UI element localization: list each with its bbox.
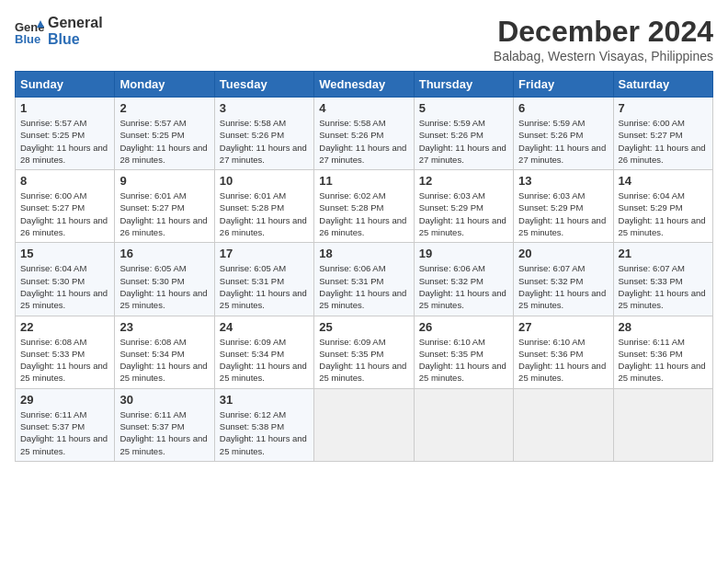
day-number: 15 bbox=[20, 247, 109, 260]
day-info: Sunrise: 6:03 AMSunset: 5:29 PMDaylight:… bbox=[419, 190, 508, 238]
calendar-cell: 26Sunrise: 6:10 AMSunset: 5:35 PMDayligh… bbox=[414, 316, 513, 388]
day-info: Sunrise: 6:09 AMSunset: 5:34 PMDaylight:… bbox=[220, 336, 309, 385]
calendar-cell: 21Sunrise: 6:07 AMSunset: 5:33 PMDayligh… bbox=[613, 243, 712, 316]
day-info: Sunrise: 5:58 AMSunset: 5:26 PMDaylight:… bbox=[319, 117, 408, 166]
location: Balabag, Western Visayas, Philippines bbox=[494, 49, 713, 63]
day-info: Sunrise: 6:12 AMSunset: 5:38 PMDaylight:… bbox=[220, 408, 309, 457]
weekday-header-cell: Monday bbox=[115, 72, 214, 98]
day-info: Sunrise: 6:08 AMSunset: 5:33 PMDaylight:… bbox=[20, 336, 109, 385]
calendar-cell: 22Sunrise: 6:08 AMSunset: 5:33 PMDayligh… bbox=[16, 316, 115, 388]
weekday-header-row: SundayMondayTuesdayWednesdayThursdayFrid… bbox=[16, 72, 713, 98]
day-number: 6 bbox=[518, 101, 608, 115]
day-info: Sunrise: 6:02 AMSunset: 5:28 PMDaylight:… bbox=[319, 190, 408, 238]
day-info: Sunrise: 6:04 AMSunset: 5:29 PMDaylight:… bbox=[619, 190, 708, 238]
calendar-cell: 18Sunrise: 6:06 AMSunset: 5:31 PMDayligh… bbox=[314, 243, 414, 316]
calendar-cell: 31Sunrise: 6:12 AMSunset: 5:38 PMDayligh… bbox=[214, 388, 313, 461]
calendar-cell: 27Sunrise: 6:10 AMSunset: 5:36 PMDayligh… bbox=[514, 316, 613, 388]
day-number: 25 bbox=[319, 320, 408, 334]
calendar-cell: 11Sunrise: 6:02 AMSunset: 5:28 PMDayligh… bbox=[314, 170, 414, 243]
calendar-cell: 5Sunrise: 5:59 AMSunset: 5:26 PMDaylight… bbox=[414, 98, 513, 170]
calendar-cell: 8Sunrise: 6:00 AMSunset: 5:27 PMDaylight… bbox=[16, 170, 115, 243]
calendar-body: 1Sunrise: 5:57 AMSunset: 5:25 PMDaylight… bbox=[16, 98, 713, 462]
day-info: Sunrise: 6:05 AMSunset: 5:30 PMDaylight:… bbox=[119, 262, 209, 311]
day-info: Sunrise: 6:07 AMSunset: 5:32 PMDaylight:… bbox=[518, 262, 608, 311]
weekday-header-cell: Saturday bbox=[613, 72, 712, 98]
day-number: 4 bbox=[319, 101, 408, 115]
calendar-week-row: 1Sunrise: 5:57 AMSunset: 5:25 PMDaylight… bbox=[16, 98, 713, 170]
calendar-cell: 28Sunrise: 6:11 AMSunset: 5:36 PMDayligh… bbox=[613, 316, 712, 388]
day-info: Sunrise: 6:03 AMSunset: 5:29 PMDaylight:… bbox=[518, 190, 608, 238]
logo-icon: General Blue bbox=[15, 17, 44, 46]
day-info: Sunrise: 6:11 AMSunset: 5:36 PMDaylight:… bbox=[619, 336, 708, 385]
day-info: Sunrise: 6:08 AMSunset: 5:34 PMDaylight:… bbox=[119, 336, 209, 385]
calendar-cell: 23Sunrise: 6:08 AMSunset: 5:34 PMDayligh… bbox=[115, 316, 214, 388]
calendar-cell: 10Sunrise: 6:01 AMSunset: 5:28 PMDayligh… bbox=[214, 170, 313, 243]
day-info: Sunrise: 6:06 AMSunset: 5:31 PMDaylight:… bbox=[319, 262, 408, 311]
logo-line1: General bbox=[48, 15, 103, 31]
calendar-cell: 7Sunrise: 6:00 AMSunset: 5:27 PMDaylight… bbox=[613, 98, 712, 170]
day-number: 5 bbox=[419, 101, 508, 115]
day-number: 17 bbox=[220, 247, 309, 260]
calendar-cell bbox=[414, 388, 513, 461]
day-number: 26 bbox=[419, 320, 508, 334]
day-number: 9 bbox=[119, 174, 209, 188]
day-info: Sunrise: 6:04 AMSunset: 5:30 PMDaylight:… bbox=[20, 262, 109, 311]
calendar-cell: 12Sunrise: 6:03 AMSunset: 5:29 PMDayligh… bbox=[414, 170, 513, 243]
day-info: Sunrise: 6:10 AMSunset: 5:36 PMDaylight:… bbox=[518, 336, 608, 385]
calendar-cell: 19Sunrise: 6:06 AMSunset: 5:32 PMDayligh… bbox=[414, 243, 513, 316]
day-number: 16 bbox=[119, 247, 209, 260]
calendar-cell bbox=[314, 388, 414, 461]
day-info: Sunrise: 6:00 AMSunset: 5:27 PMDaylight:… bbox=[619, 117, 708, 166]
day-info: Sunrise: 6:07 AMSunset: 5:33 PMDaylight:… bbox=[619, 262, 708, 311]
day-number: 10 bbox=[220, 174, 309, 188]
day-info: Sunrise: 6:11 AMSunset: 5:37 PMDaylight:… bbox=[119, 408, 209, 457]
calendar-cell: 13Sunrise: 6:03 AMSunset: 5:29 PMDayligh… bbox=[514, 170, 613, 243]
day-number: 13 bbox=[518, 174, 608, 188]
calendar-cell: 25Sunrise: 6:09 AMSunset: 5:35 PMDayligh… bbox=[314, 316, 414, 388]
day-info: Sunrise: 6:10 AMSunset: 5:35 PMDaylight:… bbox=[419, 336, 508, 385]
weekday-header-cell: Tuesday bbox=[214, 72, 313, 98]
calendar-cell: 29Sunrise: 6:11 AMSunset: 5:37 PMDayligh… bbox=[16, 388, 115, 461]
calendar-cell: 9Sunrise: 6:01 AMSunset: 5:27 PMDaylight… bbox=[115, 170, 214, 243]
calendar-cell bbox=[514, 388, 613, 461]
page-header: General Blue General Blue December 2024 … bbox=[15, 15, 713, 63]
day-info: Sunrise: 5:57 AMSunset: 5:25 PMDaylight:… bbox=[20, 117, 109, 166]
logo-line2: Blue bbox=[48, 31, 103, 48]
day-number: 23 bbox=[119, 320, 209, 334]
day-info: Sunrise: 6:11 AMSunset: 5:37 PMDaylight:… bbox=[20, 408, 109, 457]
day-number: 11 bbox=[319, 174, 408, 188]
day-number: 29 bbox=[20, 393, 109, 407]
day-number: 2 bbox=[119, 101, 209, 115]
calendar-cell: 17Sunrise: 6:05 AMSunset: 5:31 PMDayligh… bbox=[214, 243, 313, 316]
day-info: Sunrise: 5:59 AMSunset: 5:26 PMDaylight:… bbox=[518, 117, 608, 166]
calendar-cell: 3Sunrise: 5:58 AMSunset: 5:26 PMDaylight… bbox=[214, 98, 313, 170]
day-number: 7 bbox=[619, 101, 708, 115]
weekday-header-cell: Sunday bbox=[16, 72, 115, 98]
calendar-cell: 14Sunrise: 6:04 AMSunset: 5:29 PMDayligh… bbox=[613, 170, 712, 243]
title-block: December 2024 Balabag, Western Visayas, … bbox=[494, 15, 713, 63]
day-number: 24 bbox=[220, 320, 309, 334]
weekday-header-cell: Thursday bbox=[414, 72, 513, 98]
svg-text:Blue: Blue bbox=[15, 32, 40, 46]
day-number: 22 bbox=[20, 320, 109, 334]
day-number: 21 bbox=[619, 247, 708, 260]
day-info: Sunrise: 5:59 AMSunset: 5:26 PMDaylight:… bbox=[419, 117, 508, 166]
calendar-week-row: 15Sunrise: 6:04 AMSunset: 5:30 PMDayligh… bbox=[16, 243, 713, 316]
day-number: 31 bbox=[220, 393, 309, 407]
day-info: Sunrise: 6:00 AMSunset: 5:27 PMDaylight:… bbox=[20, 190, 109, 238]
day-number: 30 bbox=[119, 393, 209, 407]
day-info: Sunrise: 6:01 AMSunset: 5:27 PMDaylight:… bbox=[119, 190, 209, 238]
day-number: 20 bbox=[518, 247, 608, 260]
day-info: Sunrise: 6:01 AMSunset: 5:28 PMDaylight:… bbox=[220, 190, 309, 238]
calendar-week-row: 29Sunrise: 6:11 AMSunset: 5:37 PMDayligh… bbox=[16, 388, 713, 461]
day-number: 3 bbox=[220, 101, 309, 115]
day-number: 28 bbox=[619, 320, 708, 334]
calendar-cell: 16Sunrise: 6:05 AMSunset: 5:30 PMDayligh… bbox=[115, 243, 214, 316]
calendar-cell bbox=[613, 388, 712, 461]
calendar-cell: 20Sunrise: 6:07 AMSunset: 5:32 PMDayligh… bbox=[514, 243, 613, 316]
day-info: Sunrise: 5:57 AMSunset: 5:25 PMDaylight:… bbox=[119, 117, 209, 166]
day-info: Sunrise: 5:58 AMSunset: 5:26 PMDaylight:… bbox=[220, 117, 309, 166]
day-number: 19 bbox=[419, 247, 508, 260]
day-info: Sunrise: 6:05 AMSunset: 5:31 PMDaylight:… bbox=[220, 262, 309, 311]
day-number: 27 bbox=[518, 320, 608, 334]
